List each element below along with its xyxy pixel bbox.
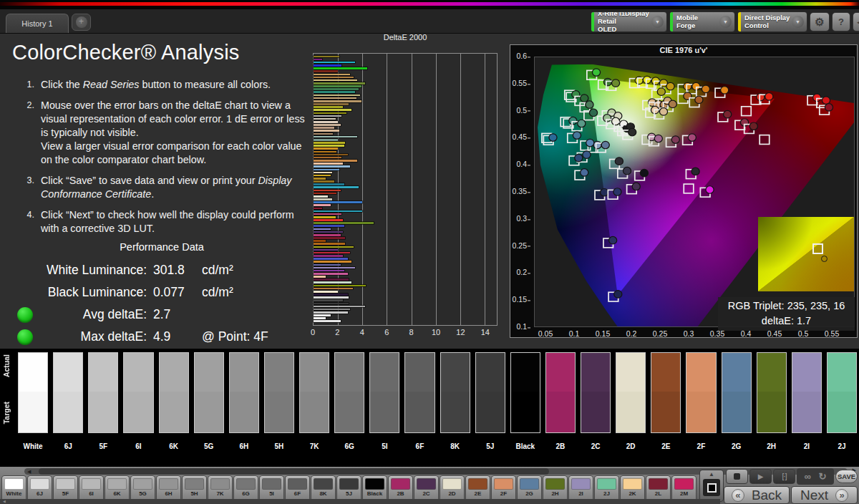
palette-scrollbar[interactable] xyxy=(24,468,848,475)
refresh-icon[interactable]: ↻ xyxy=(818,471,826,482)
next-button[interactable]: Next » xyxy=(791,486,858,504)
deltae-bar[interactable] xyxy=(314,115,341,117)
cie-measured-point[interactable] xyxy=(724,110,732,118)
cie-measured-point[interactable] xyxy=(593,141,601,149)
comparator-swatch[interactable] xyxy=(88,352,118,433)
deltae-bar[interactable] xyxy=(314,303,349,305)
deltae-bar[interactable] xyxy=(314,64,341,67)
deltae-bar[interactable] xyxy=(314,112,346,115)
deltae-bar[interactable] xyxy=(314,228,331,231)
cie-measured-point[interactable] xyxy=(601,188,608,196)
deltae-bar[interactable] xyxy=(314,291,338,293)
deltae-bar[interactable] xyxy=(314,56,339,58)
deltae-bar[interactable] xyxy=(314,160,357,162)
cie-measured-point[interactable] xyxy=(657,88,665,96)
comparator-swatch[interactable] xyxy=(510,352,540,433)
back-button[interactable]: « Back xyxy=(724,486,790,504)
cie-measured-point[interactable] xyxy=(721,87,729,94)
comparator-swatch[interactable] xyxy=(404,352,435,433)
deltae-bar[interactable] xyxy=(314,88,359,90)
cie-measured-point[interactable] xyxy=(581,169,588,177)
deltae-bar[interactable] xyxy=(314,133,333,135)
comparator-swatch[interactable] xyxy=(334,352,364,433)
deltae-bar[interactable] xyxy=(314,231,343,233)
deltae-bar[interactable] xyxy=(314,255,343,257)
cie-measured-point[interactable] xyxy=(643,76,651,84)
comparator-swatch[interactable] xyxy=(722,352,752,433)
cie-measured-point[interactable] xyxy=(669,100,676,108)
comparator-swatch[interactable] xyxy=(792,352,822,433)
scroll-left-icon[interactable]: ◀ xyxy=(27,469,31,475)
deltae-bar[interactable] xyxy=(314,169,339,171)
target-window-button[interactable]: ▲ xyxy=(699,470,724,502)
comparator-swatch[interactable] xyxy=(53,352,83,433)
deltae-bar[interactable] xyxy=(314,62,355,64)
cie-measured-point[interactable] xyxy=(581,94,588,102)
cie-measured-point[interactable] xyxy=(666,82,674,90)
cie-measured-point[interactable] xyxy=(749,122,757,130)
deltae-bar[interactable] xyxy=(314,299,343,301)
deltae-bar[interactable] xyxy=(314,317,326,319)
deltae-bar[interactable] xyxy=(314,246,354,248)
deltae-bar[interactable] xyxy=(314,213,341,215)
cie-measured-point[interactable] xyxy=(601,141,609,149)
deltae-bar[interactable] xyxy=(314,175,331,177)
deltae-bar[interactable] xyxy=(314,94,360,97)
cie-measured-point[interactable] xyxy=(614,291,622,299)
comparator-swatch[interactable] xyxy=(827,352,857,433)
cie-measured-point[interactable] xyxy=(629,128,636,136)
deltae-bar[interactable] xyxy=(314,273,348,275)
cie-measured-point[interactable] xyxy=(578,120,586,127)
deltae-bar[interactable] xyxy=(314,157,341,159)
deltae-bar[interactable] xyxy=(314,243,345,245)
deltae-bar[interactable] xyxy=(314,145,344,147)
stop-button[interactable] xyxy=(726,469,748,484)
deltae-bar[interactable] xyxy=(314,103,349,105)
deltae-bar[interactable] xyxy=(314,314,331,316)
deltae-bar[interactable] xyxy=(314,261,351,263)
settings-button[interactable]: ⚙ xyxy=(810,12,830,32)
deltae-bar[interactable] xyxy=(314,130,339,132)
deltae-bar[interactable] xyxy=(314,118,336,120)
deltae-bar[interactable] xyxy=(314,165,350,168)
deltae-bar[interactable] xyxy=(314,240,326,242)
cie-measured-point[interactable] xyxy=(706,186,714,194)
comparator-swatch[interactable] xyxy=(651,352,681,433)
deltae-bar[interactable] xyxy=(314,139,338,141)
comparator-swatch[interactable] xyxy=(581,352,611,433)
deltae-bar[interactable] xyxy=(314,278,349,281)
deltae-bar[interactable] xyxy=(314,195,328,198)
deltae-bar[interactable] xyxy=(314,234,341,236)
comparator-swatch[interactable] xyxy=(545,352,576,433)
display-control-dropdown[interactable]: Direct Display Control ▼ xyxy=(737,11,807,32)
cie-measured-point[interactable] xyxy=(684,92,691,100)
deltae-bar[interactable] xyxy=(314,180,334,183)
cie-measured-point[interactable] xyxy=(549,134,557,142)
deltae-bar[interactable] xyxy=(314,249,338,251)
deltae-bar[interactable] xyxy=(314,210,362,213)
collapse-panel-button[interactable]: ◀ xyxy=(853,12,859,32)
comparator-swatch[interactable] xyxy=(686,352,716,433)
deltae-bar[interactable] xyxy=(314,208,322,210)
meter-selector-dropdown[interactable]: X-Rite i1Display RetailOLED ▼ xyxy=(591,11,667,32)
deltae-bar[interactable] xyxy=(314,270,344,272)
cie-measured-point[interactable] xyxy=(632,183,640,190)
cie-measured-point[interactable] xyxy=(569,117,577,125)
cie-measured-point[interactable] xyxy=(592,69,600,77)
deltae-bar[interactable] xyxy=(314,296,349,299)
deltae-bar[interactable] xyxy=(314,121,338,123)
deltae-bar[interactable] xyxy=(314,124,341,126)
cie-measured-point[interactable] xyxy=(825,104,833,112)
deltae-bar[interactable] xyxy=(314,91,355,93)
deltae-bar[interactable] xyxy=(314,285,366,287)
cie-measured-point[interactable] xyxy=(765,93,773,101)
deltae-bar[interactable] xyxy=(314,294,348,296)
comparator-swatch[interactable] xyxy=(616,352,646,433)
cie-measured-point[interactable] xyxy=(612,117,620,125)
cie-measured-point[interactable] xyxy=(609,236,617,244)
deltae-bar[interactable] xyxy=(314,252,350,254)
cie-measured-point[interactable] xyxy=(702,85,709,93)
cie-measured-point[interactable] xyxy=(654,135,662,142)
cie-measured-point[interactable] xyxy=(589,109,597,117)
cie-measured-point[interactable] xyxy=(603,115,611,122)
